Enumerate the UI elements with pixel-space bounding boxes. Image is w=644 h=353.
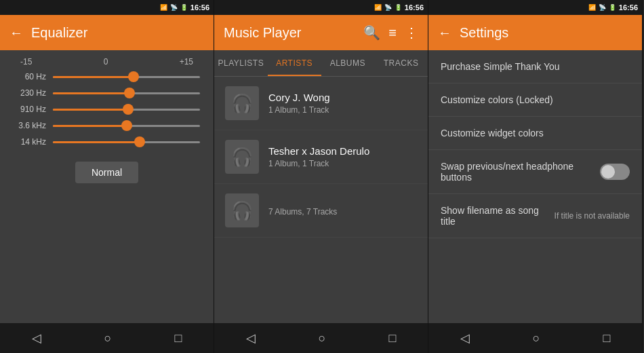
settings-value: If title is not available bbox=[555, 211, 630, 221]
equalizer-title: Equalizer bbox=[31, 25, 204, 41]
music-player-top-bar: Music Player 🔍 ≡ ⋮ bbox=[214, 15, 428, 50]
artist-item[interactable]: 🎧 7 Albums, 7 Tracks bbox=[214, 184, 428, 238]
eq-row: 910 Hz bbox=[14, 105, 200, 114]
headphone-icon: 🎧 bbox=[231, 200, 253, 221]
back-nav-mp[interactable]: ◁ bbox=[233, 325, 269, 351]
settings-item[interactable]: Customize colors (Locked) bbox=[428, 83, 642, 117]
signal-icon-st: 📡 bbox=[599, 4, 606, 11]
wifi-icon-mp: 📶 bbox=[374, 4, 382, 11]
battery-icon-mp: 🔋 bbox=[395, 4, 402, 11]
eq-scale-high: +15 bbox=[180, 57, 193, 67]
signal-icon: 📡 bbox=[170, 4, 178, 11]
eq-band-label: 60 Hz bbox=[14, 72, 46, 81]
time-st: 16:56 bbox=[619, 3, 638, 12]
menu-icon-mp[interactable]: ⋮ bbox=[405, 24, 418, 41]
settings-label: Customize widget colors bbox=[441, 128, 630, 138]
settings-item[interactable]: Show filename as song title If title is … bbox=[428, 194, 642, 238]
toggle-switch[interactable] bbox=[600, 164, 630, 180]
recent-nav-mp[interactable]: □ bbox=[376, 326, 410, 351]
settings-item[interactable]: Purchase Simple Thank You bbox=[428, 50, 642, 83]
eq-band-label: 910 Hz bbox=[14, 105, 46, 114]
settings-list: Purchase Simple Thank You Customize colo… bbox=[428, 50, 642, 323]
artist-info: Tesher x Jason Derulo 1 Album, 1 Track bbox=[268, 145, 417, 168]
eq-row: 230 Hz bbox=[14, 88, 200, 98]
settings-title: Settings bbox=[460, 25, 632, 41]
home-nav-st[interactable]: ○ bbox=[519, 326, 554, 351]
equalizer-panel: 📶 📡 🔋 16:56 ← Equalizer -15 0 +15 60 Hz … bbox=[0, 0, 214, 353]
eq-slider-track[interactable] bbox=[53, 76, 200, 78]
eq-slider-track[interactable] bbox=[53, 141, 200, 143]
eq-row: 60 Hz bbox=[14, 72, 200, 81]
equalizer-top-bar: ← Equalizer bbox=[0, 15, 214, 50]
artist-avatar: 🎧 bbox=[225, 140, 259, 174]
artist-sub: 1 Album, 1 Track bbox=[268, 159, 417, 168]
artist-name: Tesher x Jason Derulo bbox=[268, 145, 417, 157]
wifi-icon-st: 📶 bbox=[588, 4, 596, 11]
artist-sub: 1 Album, 1 Track bbox=[268, 105, 417, 115]
artist-info: Cory J. Wong 1 Album, 1 Track bbox=[268, 92, 417, 115]
music-player-panel: 📶 📡 🔋 16:56 Music Player 🔍 ≡ ⋮ PLAYLISTS… bbox=[214, 0, 428, 353]
eq-row: 3.6 kHz bbox=[14, 121, 200, 130]
artist-name: Cory J. Wong bbox=[268, 92, 417, 103]
eq-scale: -15 0 +15 bbox=[14, 57, 200, 67]
preset-button[interactable]: Normal bbox=[75, 162, 138, 183]
settings-label: Show filename as song title bbox=[441, 205, 555, 227]
eq-rows: 60 Hz 230 Hz 910 Hz 3.6 kHz bbox=[14, 72, 200, 153]
eq-slider-track[interactable] bbox=[53, 92, 200, 94]
artist-item[interactable]: 🎧 Cory J. Wong 1 Album, 1 Track bbox=[214, 77, 428, 130]
settings-label: Purchase Simple Thank You bbox=[441, 61, 630, 72]
eq-band-label: 3.6 kHz bbox=[14, 121, 46, 130]
artist-sub: 7 Albums, 7 Tracks bbox=[268, 207, 417, 217]
eq-band-label: 230 Hz bbox=[14, 88, 46, 98]
back-icon-eq[interactable]: ← bbox=[9, 25, 23, 41]
settings-top-bar: ← Settings bbox=[428, 15, 642, 50]
settings-item[interactable]: Customize widget colors bbox=[428, 117, 642, 150]
wifi-icon: 📶 bbox=[160, 4, 167, 11]
settings-panel: 📶 📡 🔋 16:56 ← Settings Purchase Simple T… bbox=[428, 0, 643, 353]
recent-nav-st[interactable]: □ bbox=[590, 326, 624, 351]
status-bar-st: 📶 📡 🔋 16:56 bbox=[428, 0, 642, 15]
back-icon-st[interactable]: ← bbox=[438, 25, 451, 41]
eq-content: -15 0 +15 60 Hz 230 Hz 910 Hz 3.6 kHz bbox=[0, 50, 214, 323]
bottom-nav-eq: ◁ ○ □ bbox=[0, 323, 214, 353]
artist-list: 🎧 Cory J. Wong 1 Album, 1 Track 🎧 Tesher… bbox=[214, 77, 428, 323]
search-icon-mp[interactable]: 🔍 bbox=[363, 24, 380, 41]
eq-row: 14 kHz bbox=[14, 137, 200, 147]
eq-slider-track[interactable] bbox=[53, 109, 200, 111]
home-nav-eq[interactable]: ○ bbox=[91, 326, 125, 351]
battery-icon: 🔋 bbox=[180, 4, 188, 11]
time-eq: 16:56 bbox=[190, 3, 209, 12]
back-nav-st[interactable]: ◁ bbox=[447, 325, 483, 351]
recent-nav-eq[interactable]: □ bbox=[161, 326, 196, 351]
eq-slider-track[interactable] bbox=[53, 125, 200, 127]
eq-scale-low: -15 bbox=[20, 57, 32, 67]
signal-icon-mp: 📡 bbox=[384, 4, 392, 11]
status-bar-mp: 📶 📡 🔋 16:56 bbox=[214, 0, 428, 15]
artist-avatar: 🎧 bbox=[225, 193, 259, 227]
settings-item[interactable]: Swap previous/next headphone buttons bbox=[428, 150, 642, 194]
artist-item[interactable]: 🎧 Tesher x Jason Derulo 1 Album, 1 Track bbox=[214, 130, 428, 184]
battery-icon-st: 🔋 bbox=[609, 4, 616, 11]
settings-label: Customize colors (Locked) bbox=[441, 94, 630, 105]
filter-icon-mp[interactable]: ≡ bbox=[388, 25, 397, 41]
tab-albums[interactable]: ALBUMS bbox=[321, 50, 375, 76]
bottom-nav-st: ◁ ○ □ bbox=[428, 323, 642, 353]
eq-band-label: 14 kHz bbox=[14, 137, 46, 147]
bottom-nav-mp: ◁ ○ □ bbox=[214, 323, 428, 353]
tab-playlists[interactable]: PLAYLISTS bbox=[214, 50, 268, 76]
artist-info: 7 Albums, 7 Tracks bbox=[268, 205, 417, 217]
artist-avatar: 🎧 bbox=[225, 86, 259, 120]
back-nav-eq[interactable]: ◁ bbox=[18, 325, 55, 351]
music-player-title: Music Player bbox=[224, 25, 355, 41]
tab-tracks[interactable]: TRACKS bbox=[374, 50, 428, 76]
headphone-icon: 🎧 bbox=[231, 93, 253, 114]
headphone-icon: 🎧 bbox=[231, 147, 253, 168]
tab-bar: PLAYLISTSARTISTSALBUMSTRACKS bbox=[214, 50, 428, 77]
settings-label: Swap previous/next headphone buttons bbox=[441, 161, 600, 183]
eq-scale-mid: 0 bbox=[104, 57, 108, 67]
tab-artists[interactable]: ARTISTS bbox=[268, 50, 321, 76]
home-nav-mp[interactable]: ○ bbox=[305, 326, 340, 351]
time-mp: 16:56 bbox=[405, 3, 424, 12]
status-bar-eq: 📶 📡 🔋 16:56 bbox=[0, 0, 214, 15]
